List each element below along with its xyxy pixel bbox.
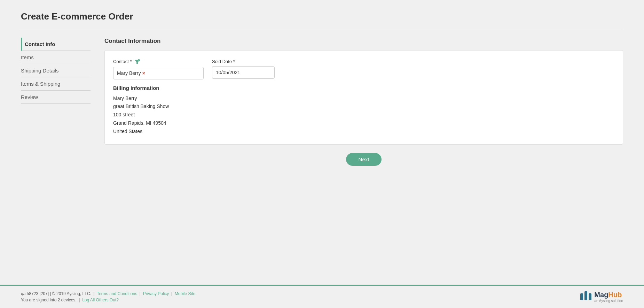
- contact-section-title: Contact Information: [104, 38, 623, 45]
- contact-label: Contact * +: [113, 59, 204, 65]
- sidebar-item-shipping-details[interactable]: Shipping Details: [21, 64, 91, 77]
- next-button[interactable]: Next: [346, 153, 382, 166]
- page-title: Create E-commerce Order: [21, 11, 623, 22]
- sidebar-item-items[interactable]: Items: [21, 51, 91, 64]
- sold-date-label: Sold Date *: [212, 59, 275, 64]
- contact-field-group: Contact * + Mary Berry: [113, 59, 204, 79]
- sidebar: Contact Info Items Shipping Details Item…: [21, 38, 91, 166]
- layout: Contact Info Items Shipping Details Item…: [21, 38, 623, 166]
- billing-name: Mary Berry: [113, 94, 614, 103]
- hub-text: Hub: [608, 291, 622, 299]
- content-area: Contact Information Contact * +: [104, 38, 623, 166]
- remove-contact-button[interactable]: ×: [142, 71, 145, 76]
- svg-rect-3: [580, 293, 583, 300]
- footer-left: qa 58723 [207] | © 2019 Aysling, LLC. | …: [21, 291, 195, 302]
- main-content: Create E-commerce Order Contact Info Ite…: [0, 0, 644, 285]
- sidebar-item-review[interactable]: Review: [21, 91, 91, 104]
- billing-country: United States: [113, 128, 614, 136]
- sidebar-item-contact-info[interactable]: Contact Info: [21, 38, 91, 51]
- sold-date-field-group: Sold Date *: [212, 59, 275, 79]
- billing-city-state-zip: Grand Rapids, MI 49504: [113, 119, 614, 128]
- log-out-link[interactable]: Log All Others Out?: [82, 298, 119, 302]
- privacy-link[interactable]: Privacy Policy: [143, 291, 169, 296]
- contact-form-row: Contact * + Mary Berry: [113, 59, 614, 79]
- contact-form-card: Contact * + Mary Berry: [104, 50, 623, 145]
- divider: [21, 29, 623, 29]
- mobile-link[interactable]: Mobile Site: [175, 291, 195, 296]
- sold-date-input[interactable]: [212, 66, 275, 79]
- footer-copyright: qa 58723 [207] | © 2019 Aysling, LLC.: [21, 291, 91, 296]
- billing-title: Billing Information: [113, 85, 614, 91]
- contact-tag-value: Mary Berry: [117, 70, 141, 76]
- logo-sub-text: an Aysling solution: [594, 299, 623, 303]
- maghub-logo-text: MagHub an Aysling solution: [594, 291, 623, 303]
- sidebar-item-items-and-shipping[interactable]: Items & Shipping: [21, 77, 91, 91]
- footer-logo: MagHub an Aysling solution: [580, 291, 623, 303]
- billing-info: Billing Information Mary Berry great Bri…: [113, 85, 614, 136]
- billing-company: great British Baking Show: [113, 102, 614, 111]
- svg-rect-5: [589, 293, 591, 300]
- svg-rect-4: [584, 291, 587, 300]
- mag-text: Mag: [594, 291, 608, 299]
- maghub-logo-icon: [580, 291, 592, 303]
- contact-tag: Mary Berry ×: [117, 70, 145, 76]
- contact-input-wrapper[interactable]: Mary Berry ×: [113, 67, 204, 79]
- next-btn-row: Next: [104, 153, 623, 166]
- billing-street: 100 street: [113, 111, 614, 119]
- terms-link[interactable]: Terms and Conditions: [97, 291, 137, 296]
- footer-signed-in: You are signed into 2 devices. | Log All…: [21, 298, 195, 302]
- footer-info: qa 58723 [207] | © 2019 Aysling, LLC. | …: [21, 291, 195, 296]
- filter-icon: +: [134, 59, 140, 65]
- page-wrapper: Create E-commerce Order Contact Info Ite…: [0, 0, 644, 308]
- footer: qa 58723 [207] | © 2019 Aysling, LLC. | …: [0, 285, 644, 308]
